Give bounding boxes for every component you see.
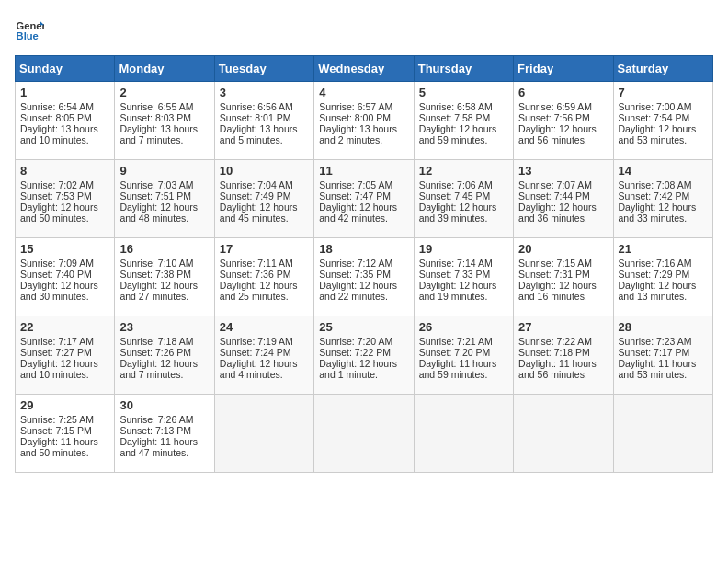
calendar-table: SundayMondayTuesdayWednesdayThursdayFrid… bbox=[15, 55, 713, 473]
sunrise: Sunrise: 7:17 AM bbox=[20, 336, 94, 347]
daylight: Daylight: 12 hours and 48 minutes. bbox=[119, 201, 198, 224]
sunrise: Sunrise: 6:59 AM bbox=[518, 101, 592, 112]
sunrise: Sunrise: 7:05 AM bbox=[319, 179, 392, 190]
calendar-day-5: 5Sunrise: 6:58 AMSunset: 7:58 PMDaylight… bbox=[414, 82, 513, 160]
daylight: Daylight: 12 hours and 53 minutes. bbox=[619, 123, 697, 145]
sunrise: Sunrise: 7:02 AM bbox=[20, 179, 94, 190]
day-number: 19 bbox=[419, 242, 508, 256]
daylight: Daylight: 13 hours and 7 minutes. bbox=[119, 123, 198, 145]
sunrise: Sunrise: 7:25 AM bbox=[20, 414, 94, 425]
calendar-day-16: 16Sunrise: 7:10 AMSunset: 7:38 PMDayligh… bbox=[115, 238, 214, 316]
sunset: Sunset: 7:29 PM bbox=[619, 269, 690, 280]
empty-cell bbox=[314, 395, 414, 473]
sunrise: Sunrise: 6:54 AM bbox=[20, 101, 94, 112]
calendar-day-10: 10Sunrise: 7:04 AMSunset: 7:49 PMDayligh… bbox=[214, 160, 313, 238]
daylight: Daylight: 12 hours and 4 minutes. bbox=[220, 358, 298, 380]
sunset: Sunset: 7:45 PM bbox=[419, 190, 491, 201]
day-number: 3 bbox=[220, 86, 309, 99]
day-number: 10 bbox=[220, 164, 309, 178]
day-number: 14 bbox=[619, 164, 708, 178]
day-number: 9 bbox=[119, 164, 209, 178]
daylight: Daylight: 12 hours and 50 minutes. bbox=[20, 201, 98, 224]
sunrise: Sunrise: 7:07 AM bbox=[518, 179, 592, 190]
sunset: Sunset: 8:00 PM bbox=[319, 112, 391, 123]
sunrise: Sunrise: 7:20 AM bbox=[319, 336, 392, 347]
calendar-day-24: 24Sunrise: 7:19 AMSunset: 7:24 PMDayligh… bbox=[214, 316, 313, 395]
day-number: 23 bbox=[119, 320, 209, 334]
empty-cell bbox=[613, 395, 712, 473]
day-number: 20 bbox=[518, 242, 608, 256]
sunrise: Sunrise: 7:04 AM bbox=[220, 179, 293, 190]
sunset: Sunset: 8:03 PM bbox=[119, 112, 191, 123]
sunset: Sunset: 7:58 PM bbox=[419, 112, 491, 123]
calendar-day-19: 19Sunrise: 7:14 AMSunset: 7:33 PMDayligh… bbox=[414, 238, 513, 316]
empty-cell bbox=[414, 395, 513, 473]
sunset: Sunset: 7:27 PM bbox=[20, 347, 92, 358]
calendar-day-7: 7Sunrise: 7:00 AMSunset: 7:54 PMDaylight… bbox=[613, 82, 712, 160]
sunset: Sunset: 7:35 PM bbox=[319, 269, 391, 280]
header-monday: Monday bbox=[115, 56, 214, 82]
sunset: Sunset: 7:54 PM bbox=[619, 112, 690, 123]
calendar-week-1: 8Sunrise: 7:02 AMSunset: 7:53 PMDaylight… bbox=[16, 160, 713, 238]
sunset: Sunset: 7:51 PM bbox=[119, 190, 191, 201]
day-number: 17 bbox=[220, 242, 309, 256]
sunrise: Sunrise: 7:26 AM bbox=[119, 414, 193, 425]
day-number: 15 bbox=[20, 242, 109, 256]
calendar-day-8: 8Sunrise: 7:02 AMSunset: 7:53 PMDaylight… bbox=[16, 160, 115, 238]
day-number: 22 bbox=[20, 320, 109, 334]
day-number: 26 bbox=[419, 320, 508, 334]
sunrise: Sunrise: 7:22 AM bbox=[518, 336, 592, 347]
day-number: 27 bbox=[518, 320, 608, 334]
sunset: Sunset: 7:47 PM bbox=[319, 190, 391, 201]
day-number: 18 bbox=[319, 242, 408, 256]
daylight: Daylight: 12 hours and 7 minutes. bbox=[119, 358, 198, 380]
calendar-day-25: 25Sunrise: 7:20 AMSunset: 7:22 PMDayligh… bbox=[314, 316, 414, 395]
day-number: 8 bbox=[20, 164, 109, 178]
sunset: Sunset: 7:13 PM bbox=[119, 425, 191, 436]
sunset: Sunset: 7:56 PM bbox=[518, 112, 590, 123]
sunrise: Sunrise: 7:19 AM bbox=[220, 336, 293, 347]
sunset: Sunset: 7:36 PM bbox=[220, 269, 291, 280]
calendar-day-22: 22Sunrise: 7:17 AMSunset: 7:27 PMDayligh… bbox=[16, 316, 115, 395]
daylight: Daylight: 12 hours and 22 minutes. bbox=[319, 280, 397, 302]
calendar-day-9: 9Sunrise: 7:03 AMSunset: 7:51 PMDaylight… bbox=[115, 160, 214, 238]
header-sunday: Sunday bbox=[16, 56, 115, 82]
day-number: 6 bbox=[518, 86, 608, 99]
sunset: Sunset: 7:53 PM bbox=[20, 190, 92, 201]
logo-icon: General Blue bbox=[15, 15, 44, 44]
calendar-header-row: SundayMondayTuesdayWednesdayThursdayFrid… bbox=[16, 56, 713, 82]
day-number: 29 bbox=[20, 398, 109, 412]
day-number: 2 bbox=[119, 86, 209, 99]
day-number: 5 bbox=[419, 86, 508, 99]
sunset: Sunset: 7:33 PM bbox=[419, 269, 491, 280]
sunrise: Sunrise: 6:57 AM bbox=[319, 101, 392, 112]
daylight: Daylight: 12 hours and 16 minutes. bbox=[518, 280, 597, 302]
daylight: Daylight: 12 hours and 42 minutes. bbox=[319, 201, 397, 224]
sunrise: Sunrise: 7:15 AM bbox=[518, 258, 592, 269]
sunset: Sunset: 7:18 PM bbox=[518, 347, 590, 358]
calendar-day-2: 2Sunrise: 6:55 AMSunset: 8:03 PMDaylight… bbox=[115, 82, 214, 160]
sunrise: Sunrise: 6:58 AM bbox=[419, 101, 493, 112]
day-number: 21 bbox=[619, 242, 708, 256]
sunset: Sunset: 7:44 PM bbox=[518, 190, 590, 201]
daylight: Daylight: 12 hours and 25 minutes. bbox=[220, 280, 298, 302]
calendar-day-13: 13Sunrise: 7:07 AMSunset: 7:44 PMDayligh… bbox=[514, 160, 613, 238]
day-number: 30 bbox=[119, 398, 209, 412]
sunrise: Sunrise: 7:14 AM bbox=[419, 258, 493, 269]
daylight: Daylight: 12 hours and 59 minutes. bbox=[419, 123, 497, 145]
svg-text:Blue: Blue bbox=[17, 30, 39, 41]
sunset: Sunset: 7:17 PM bbox=[619, 347, 690, 358]
sunset: Sunset: 8:01 PM bbox=[220, 112, 291, 123]
calendar-week-4: 29Sunrise: 7:25 AMSunset: 7:15 PMDayligh… bbox=[16, 395, 713, 473]
calendar-day-1: 1Sunrise: 6:54 AMSunset: 8:05 PMDaylight… bbox=[16, 82, 115, 160]
calendar-day-17: 17Sunrise: 7:11 AMSunset: 7:36 PMDayligh… bbox=[214, 238, 313, 316]
day-number: 28 bbox=[619, 320, 708, 334]
daylight: Daylight: 12 hours and 45 minutes. bbox=[220, 201, 298, 224]
sunrise: Sunrise: 7:00 AM bbox=[619, 101, 692, 112]
sunset: Sunset: 7:31 PM bbox=[518, 269, 590, 280]
sunset: Sunset: 7:24 PM bbox=[220, 347, 291, 358]
day-number: 7 bbox=[619, 86, 708, 99]
calendar-day-14: 14Sunrise: 7:08 AMSunset: 7:42 PMDayligh… bbox=[613, 160, 712, 238]
logo: General Blue bbox=[15, 15, 44, 44]
daylight: Daylight: 12 hours and 1 minute. bbox=[319, 358, 397, 380]
